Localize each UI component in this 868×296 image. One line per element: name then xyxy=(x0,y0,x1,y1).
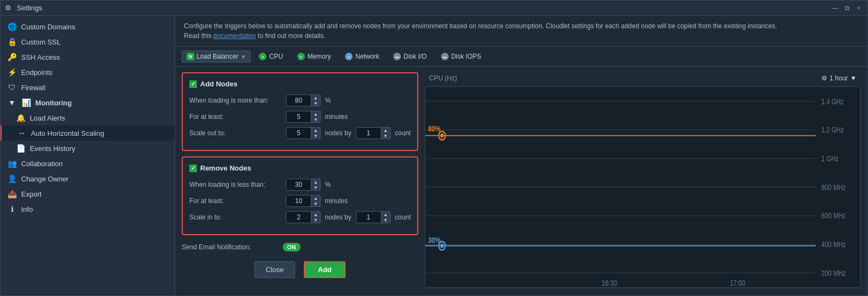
remove-by-spinner[interactable]: ▲ ▼ xyxy=(356,211,391,223)
add-by-spinner[interactable]: ▲ ▼ xyxy=(356,127,391,139)
sidebar-item-auto-scaling[interactable]: ↔ Auto Horizontal Scaling xyxy=(1,125,175,141)
add-scale-down[interactable]: ▼ xyxy=(311,133,320,138)
svg-text:600 MHz: 600 MHz xyxy=(821,211,846,221)
sidebar-item-endpoints[interactable]: ⚡ Endpoints xyxy=(1,65,175,80)
sidebar-item-collaboration[interactable]: 👥 Collaboration xyxy=(1,156,175,171)
remove-for-spinner[interactable]: ▲ ▼ xyxy=(286,195,321,207)
add-for-spinner[interactable]: ▲ ▼ xyxy=(286,111,321,123)
add-for-input[interactable] xyxy=(286,111,311,122)
email-row: Send Email Notification: ON xyxy=(182,241,418,254)
add-scale-spinner[interactable]: ▲ ▼ xyxy=(286,127,321,139)
sidebar-label: Load Alerts xyxy=(30,114,65,122)
add-loading-spinner[interactable]: ▲ ▼ xyxy=(286,95,321,106)
remove-by-down[interactable]: ▼ xyxy=(381,217,390,223)
remove-scale-input[interactable] xyxy=(286,212,311,223)
add-by-input[interactable] xyxy=(356,128,381,138)
remove-for-down[interactable]: ▼ xyxy=(311,201,320,206)
restore-button[interactable]: ⧉ xyxy=(843,4,851,12)
tab-disk-io[interactable]: ▬ Disk I/O xyxy=(387,50,433,63)
sidebar-item-change-owner[interactable]: 👤 Change Owner xyxy=(1,171,175,186)
tab-network[interactable]: ● Network xyxy=(339,50,385,63)
sidebar-label: SSH Access xyxy=(21,53,60,61)
sidebar-label: Firewall xyxy=(21,84,46,92)
add-nodes-header: Add Nodes xyxy=(189,80,411,88)
load-balancer-dropdown[interactable]: N Load Balancer ▼ xyxy=(182,51,251,62)
add-scale-spinner-btns: ▲ ▼ xyxy=(311,128,320,138)
add-button[interactable]: Add xyxy=(304,261,346,278)
remove-scale-up[interactable]: ▲ xyxy=(311,212,320,217)
sidebar-label: Export xyxy=(21,190,42,198)
remove-for-up[interactable]: ▲ xyxy=(311,196,320,201)
cpu-icon: ● xyxy=(259,53,266,60)
shield-icon: 🛡 xyxy=(7,83,17,92)
memory-icon: ● xyxy=(297,53,305,60)
close-window-button[interactable]: × xyxy=(854,4,863,12)
email-toggle[interactable]: ON xyxy=(283,243,301,251)
sidebar-item-firewall[interactable]: 🛡 Firewall xyxy=(1,80,175,95)
add-loading-down[interactable]: ▼ xyxy=(311,100,320,106)
scaling-icon: ↔ xyxy=(17,128,27,138)
time-selector[interactable]: ⚙ 1 hour ▼ xyxy=(821,74,857,82)
settings-window: ⚙ Settings — ⧉ × 🌐 Custom Domains 🔒 Cust… xyxy=(0,0,868,296)
key-icon: 🔑 xyxy=(7,52,17,62)
close-button[interactable]: Close xyxy=(254,261,295,278)
tab-label: Network xyxy=(355,53,379,60)
remove-nodes-title: Remove Nodes xyxy=(200,164,251,172)
add-scale-up[interactable]: ▲ xyxy=(311,128,320,133)
add-scale-input[interactable] xyxy=(286,128,311,138)
globe-icon: 🌐 xyxy=(7,22,17,32)
tab-cpu[interactable]: ● CPU xyxy=(253,50,289,63)
add-by-up[interactable]: ▲ xyxy=(381,128,390,133)
remove-loading-down[interactable]: ▼ xyxy=(311,185,320,190)
tab-disk-iops[interactable]: ▬ Disk IOPS xyxy=(435,50,487,63)
sidebar-item-ssh[interactable]: 🔑 SSH Access xyxy=(1,49,175,65)
svg-text:80%: 80% xyxy=(428,124,441,133)
person-icon: 👤 xyxy=(7,174,17,184)
add-for-down[interactable]: ▼ xyxy=(311,117,320,122)
sidebar-label: Monitoring xyxy=(35,99,72,107)
add-for-up[interactable]: ▲ xyxy=(311,111,320,117)
svg-text:400 MHz: 400 MHz xyxy=(821,240,846,249)
remove-nodes-checkbox[interactable] xyxy=(189,165,197,172)
remove-scale-spinner[interactable]: ▲ ▼ xyxy=(286,211,321,223)
add-by-down[interactable]: ▼ xyxy=(381,133,390,138)
remove-scale-spinner-btns: ▲ ▼ xyxy=(311,212,320,223)
sidebar-item-custom-domains[interactable]: 🌐 Custom Domains xyxy=(1,19,175,34)
sidebar-item-info[interactable]: ℹ Info xyxy=(1,201,175,217)
tab-label: CPU xyxy=(269,53,283,60)
remove-by-up[interactable]: ▲ xyxy=(381,212,390,217)
add-nodes-panel: Add Nodes When loading is more than: ▲ ▼ xyxy=(182,72,418,151)
remove-by-spinner-btns: ▲ ▼ xyxy=(381,212,390,223)
remove-scale-down[interactable]: ▼ xyxy=(311,217,320,223)
documentation-link[interactable]: documentation xyxy=(213,32,256,40)
sidebar-item-events[interactable]: 📄 Events History xyxy=(1,141,175,156)
sidebar-label: Auto Horizontal Scaling xyxy=(31,129,104,137)
remove-loading-spinner[interactable]: ▲ ▼ xyxy=(286,179,321,191)
sidebar-item-export[interactable]: 📤 Export xyxy=(1,186,175,201)
network-icon: ● xyxy=(345,53,353,60)
remove-loading-up[interactable]: ▲ xyxy=(311,179,320,185)
add-nodes-checkbox[interactable] xyxy=(189,80,197,88)
sidebar-label: Change Owner xyxy=(21,175,68,183)
main-layout: 🌐 Custom Domains 🔒 Custom SSL 🔑 SSH Acce… xyxy=(1,16,867,295)
disk-iops-icon: ▬ xyxy=(441,53,449,60)
sidebar-item-monitoring[interactable]: ▼ 📊 Monitoring xyxy=(1,95,175,110)
remove-for-label: For at least: xyxy=(189,197,282,205)
remove-loading-spinner-btns: ▲ ▼ xyxy=(311,179,320,190)
tab-memory[interactable]: ● Memory xyxy=(291,50,337,63)
svg-text:1.4 GHz: 1.4 GHz xyxy=(821,97,844,106)
header-prefix: Read this xyxy=(184,32,213,40)
minimize-button[interactable]: — xyxy=(831,4,839,12)
add-loading-input[interactable] xyxy=(286,95,311,106)
remove-loading-input[interactable] xyxy=(286,179,311,190)
add-loading-up[interactable]: ▲ xyxy=(311,95,320,100)
sidebar-item-custom-ssl[interactable]: 🔒 Custom SSL xyxy=(1,34,175,49)
chart-title: CPU (Hz) xyxy=(429,74,457,82)
remove-by-input[interactable] xyxy=(356,212,381,223)
sidebar-item-load-alerts[interactable]: 🔔 Load Alerts xyxy=(1,110,175,125)
add-nodes-by-label: nodes by xyxy=(325,129,352,137)
remove-for-input[interactable] xyxy=(286,196,311,206)
remove-for-row: For at least: ▲ ▼ minutes xyxy=(189,195,411,207)
tab-label: Disk IOPS xyxy=(451,53,481,60)
sidebar-label: Custom Domains xyxy=(21,23,75,31)
